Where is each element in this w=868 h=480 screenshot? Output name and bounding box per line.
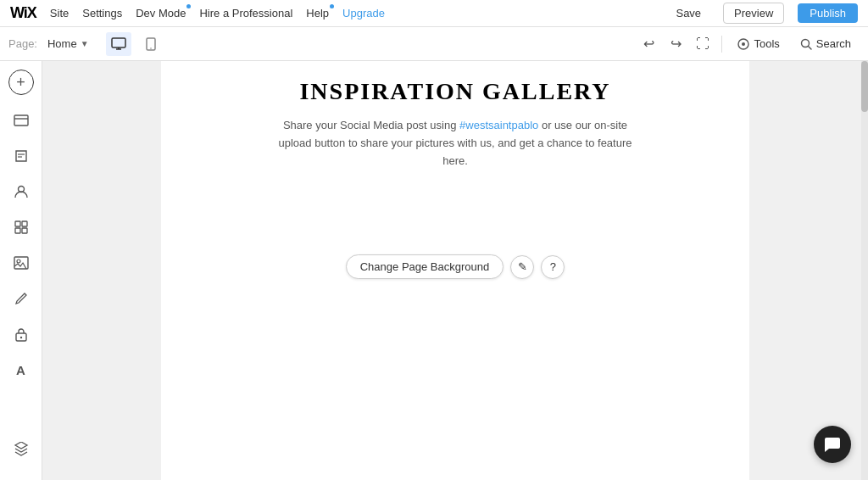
svg-rect-15 [22, 221, 27, 226]
chat-icon [823, 435, 842, 454]
design-icon [14, 291, 29, 306]
desktop-icon [111, 37, 126, 51]
text-icon: A [16, 363, 25, 377]
members-icon [13, 183, 30, 200]
mobile-icon [146, 37, 156, 51]
svg-rect-0 [112, 38, 125, 47]
canvas-area: Inspiration Gallery Share your Social Me… [42, 61, 868, 480]
nav-settings[interactable]: Settings [82, 7, 122, 20]
hashtag-text: #westsaintpablo [459, 119, 538, 131]
gallery-title: Inspiration Gallery [299, 78, 610, 105]
chevron-down-icon: ▼ [81, 39, 89, 48]
undo-redo-group: ↩ ↪ [637, 32, 687, 56]
svg-line-8 [808, 46, 811, 49]
nav-hire[interactable]: Hire a Professional [199, 7, 292, 20]
mobile-view-button[interactable] [138, 32, 164, 56]
svg-point-19 [17, 260, 20, 263]
wix-logo: WiX [10, 4, 36, 22]
tools-button[interactable]: Tools [729, 34, 787, 53]
tools-icon [737, 38, 749, 50]
nav-devmode[interactable]: Dev Mode [136, 7, 186, 20]
nav-help[interactable]: Help [306, 7, 329, 20]
subtitle-text: Share your Social Media post using [283, 119, 457, 131]
search-icon [800, 38, 812, 50]
page-label: Page: [8, 37, 37, 50]
toolbar: Page: Home ▼ ↩ ↪ ⛶ Tools [0, 27, 868, 61]
save-button[interactable]: Save [667, 3, 709, 23]
devmode-dot [186, 4, 191, 8]
chat-button[interactable] [814, 426, 851, 463]
toolbar-right: ↩ ↪ ⛶ Tools Search [637, 32, 860, 56]
svg-point-6 [742, 42, 745, 46]
media-icon [13, 255, 30, 271]
sidebar-item-members-area[interactable] [6, 319, 36, 349]
scrollbar[interactable] [861, 61, 868, 480]
sidebar-item-layers[interactable] [6, 434, 36, 465]
search-label: Search [816, 37, 851, 50]
help-bg-button[interactable]: ? [541, 255, 565, 279]
top-nav: WiX Site Settings Dev Mode Hire a Profes… [0, 0, 868, 27]
page-selector[interactable]: Page: Home ▼ [8, 37, 89, 50]
svg-rect-14 [15, 221, 20, 226]
blog-icon [14, 148, 29, 164]
page-name: Home [47, 37, 77, 50]
nav-site[interactable]: Site [50, 7, 69, 20]
page-content: Inspiration Gallery Share your Social Me… [161, 61, 749, 480]
sidebar-item-apps[interactable] [6, 212, 36, 243]
redo-button[interactable]: ↪ [664, 32, 687, 56]
help-dot [330, 4, 334, 8]
apps-icon [14, 220, 29, 235]
sidebar-item-text[interactable]: A [6, 354, 36, 385]
svg-rect-18 [14, 257, 28, 269]
toolbar-divider [721, 36, 722, 53]
svg-rect-17 [22, 228, 27, 233]
question-icon: ? [550, 260, 556, 273]
gallery-subtitle: Share your Social Media post using #west… [277, 117, 633, 170]
lock-icon [14, 327, 28, 342]
left-sidebar: + [0, 61, 42, 480]
sidebar-item-design[interactable] [6, 283, 36, 314]
undo-button[interactable]: ↩ [637, 32, 660, 56]
publish-button[interactable]: Publish [798, 3, 858, 23]
sidebar-item-blog[interactable] [6, 141, 36, 171]
svg-rect-9 [14, 115, 28, 126]
add-elements-button[interactable]: + [8, 70, 34, 95]
scrollbar-thumb[interactable] [861, 61, 868, 112]
edit-icon: ✎ [518, 260, 527, 273]
desktop-view-button[interactable] [106, 32, 131, 56]
edit-bg-button[interactable]: ✎ [510, 255, 534, 279]
sidebar-item-media[interactable] [6, 248, 36, 278]
preview-button[interactable]: Preview [723, 3, 784, 24]
svg-point-21 [19, 337, 21, 338]
layers-icon [14, 442, 29, 457]
sidebar-item-pages[interactable] [6, 105, 36, 136]
svg-rect-16 [15, 228, 20, 233]
tools-label: Tools [754, 37, 779, 50]
svg-point-4 [150, 47, 152, 49]
change-bg-button[interactable]: Change Page Background [346, 254, 504, 279]
sidebar-item-members[interactable] [6, 176, 36, 207]
search-button[interactable]: Search [792, 34, 860, 53]
change-bg-container: Change Page Background ✎ ? [346, 254, 565, 279]
nav-upgrade[interactable]: Upgrade [342, 7, 385, 20]
pages-icon [13, 113, 30, 128]
zoom-fit-button[interactable]: ⛶ [691, 32, 715, 56]
